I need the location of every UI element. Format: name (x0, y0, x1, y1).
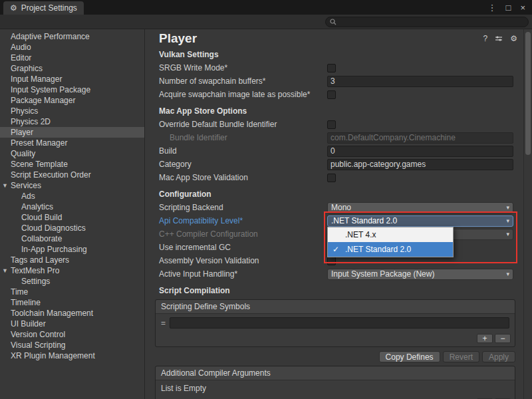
scrollbar-thumb[interactable] (525, 32, 531, 155)
search-bar[interactable] (325, 17, 529, 27)
sidebar-item-version-control[interactable]: Version Control (0, 329, 144, 340)
sidebar-item-input-system-package[interactable]: Input System Package (0, 84, 144, 95)
sidebar-item-textmesh-settings[interactable]: Settings (0, 276, 144, 287)
sidebar-item-script-execution-order[interactable]: Script Execution Order (0, 170, 144, 180)
sidebar-item-analytics[interactable]: Analytics (0, 201, 144, 212)
sidebar-item-editor[interactable]: Editor (0, 53, 144, 63)
sidebar-item-package-manager[interactable]: Package Manager (0, 95, 144, 106)
chevron-down-icon: ▾ (506, 271, 509, 277)
additional-compiler-arguments-title: Additional Compiler Arguments (156, 366, 515, 380)
sidebar-item-cloud-build[interactable]: Cloud Build (0, 212, 144, 223)
row-bundle-identifier: Bundle Identifier (146, 131, 532, 144)
presets-icon[interactable] (495, 35, 503, 43)
scripting-define-symbols-box: Scripting Define Symbols = + − (155, 299, 515, 347)
sidebar-item-adaptive-performance[interactable]: Adaptive Performance (0, 31, 144, 42)
field-label: Mac App Store Validation (159, 173, 327, 182)
define-symbol-input[interactable] (170, 317, 509, 329)
sidebar-item-player[interactable]: Player (0, 127, 144, 138)
row-active-input-handling: Active Input Handling* Input System Pack… (146, 267, 532, 281)
override-bundle-identifier-checkbox[interactable] (327, 120, 336, 129)
dropdown-value: .NET Standard 2.0 (331, 216, 397, 225)
mac-app-store-validation-checkbox[interactable] (327, 174, 336, 182)
vertical-scrollbar[interactable] (523, 29, 532, 399)
field-label: Bundle Identifier (159, 133, 327, 142)
category-input[interactable] (327, 159, 513, 170)
dropdown-option-net-standard-20[interactable]: ✓ .NET Standard 2.0 (328, 242, 453, 257)
build-input[interactable] (327, 146, 513, 157)
sidebar-item-textmesh-pro[interactable]: ▼ TextMesh Pro (0, 265, 144, 276)
search-input[interactable] (339, 18, 524, 26)
row-srgb-write-mode: SRGB Write Mode* (146, 61, 532, 74)
sidebar-item-input-manager[interactable]: Input Manager (0, 74, 144, 84)
sidebar-item-timeline[interactable]: Timeline (0, 297, 144, 308)
panel-header: Player ? ⚙ (146, 29, 532, 48)
row-build: Build (146, 144, 532, 158)
foldout-arrow-icon[interactable]: ▼ (2, 182, 8, 189)
sidebar-item-graphics[interactable]: Graphics (0, 63, 144, 74)
close-icon[interactable]: × (520, 3, 525, 13)
sidebar-item-label: TextMesh Pro (11, 266, 59, 275)
section-mac-app-store: Mac App Store Options (146, 104, 532, 118)
remove-define-button[interactable]: − (495, 334, 511, 343)
bundle-identifier-input (327, 132, 513, 144)
active-input-handling-dropdown[interactable]: Input System Package (New) ▾ (327, 269, 513, 280)
sidebar-item-tags-and-layers[interactable]: Tags and Layers (0, 255, 144, 265)
field-label: C++ Compiler Configuration (159, 229, 327, 239)
assembly-version-validation-checkbox[interactable] (327, 257, 336, 265)
row-api-compatibility-level: Api Compatibility Level* .NET Standard 2… (146, 214, 532, 227)
gear-icon[interactable]: ⚙ (510, 34, 517, 43)
search-icon (330, 19, 336, 25)
drag-handle-icon[interactable]: = (161, 319, 166, 328)
sidebar-item-collaborate[interactable]: Collaborate (0, 233, 144, 244)
sidebar-item-xr-plugin-management[interactable]: XR Plugin Management (0, 350, 144, 361)
sidebar-item-preset-manager[interactable]: Preset Manager (0, 138, 144, 148)
sidebar-item-quality[interactable]: Quality (0, 148, 144, 159)
foldout-arrow-icon[interactable]: ▼ (2, 267, 8, 274)
field-label: Number of swapchain buffers* (159, 76, 327, 86)
api-compatibility-dropdown-popup: .NET 4.x ✓ .NET Standard 2.0 (327, 227, 454, 257)
swapchain-buffers-input[interactable] (327, 76, 513, 87)
sidebar-item-audio[interactable]: Audio (0, 42, 144, 53)
sidebar-item-in-app-purchasing[interactable]: In-App Purchasing (0, 244, 144, 255)
acquire-swapchain-checkbox[interactable] (327, 90, 336, 99)
sidebar-item-ui-builder[interactable]: UI Builder (0, 319, 144, 329)
add-define-button[interactable]: + (477, 334, 493, 343)
revert-button: Revert (443, 351, 479, 362)
kebab-menu-icon[interactable]: ⋮ (488, 3, 497, 13)
dropdown-option-label: .NET Standard 2.0 (345, 245, 411, 254)
copy-defines-button[interactable]: Copy Defines (379, 351, 440, 362)
field-label: Override Default Bundle Identifier (159, 120, 327, 129)
field-label: Api Compatibility Level* (159, 216, 327, 225)
sidebar-item-visual-scripting[interactable]: Visual Scripting (0, 340, 144, 350)
sidebar-item-cloud-diagnostics[interactable]: Cloud Diagnostics (0, 223, 144, 233)
title-bar: ⚙ Project Settings ⋮ □ × (0, 0, 532, 15)
sidebar-item-ads[interactable]: Ads (0, 191, 144, 201)
sidebar-item-physics[interactable]: Physics (0, 106, 144, 116)
sidebar-item-time[interactable]: Time (0, 287, 144, 297)
maximize-icon[interactable]: □ (506, 3, 511, 13)
define-symbol-row: = (161, 317, 509, 329)
help-icon[interactable]: ? (483, 34, 488, 43)
field-label: Acquire swapchain image late as possible… (159, 90, 327, 99)
additional-compiler-arguments-box: Additional Compiler Arguments List is Em… (155, 366, 515, 399)
dropdown-option-net-4x[interactable]: .NET 4.x (328, 227, 453, 242)
sidebar-item-services[interactable]: ▼ Services (0, 180, 144, 191)
chevron-down-icon: ▾ (506, 204, 509, 211)
sidebar-item-scene-template[interactable]: Scene Template (0, 159, 144, 170)
row-override-bundle-identifier: Override Default Bundle Identifier (146, 118, 532, 131)
sidebar-item-toolchain-management[interactable]: Toolchain Management (0, 308, 144, 319)
row-swapchain-buffers: Number of swapchain buffers* (146, 74, 532, 88)
sidebar-item-physics-2d[interactable]: Physics 2D (0, 116, 144, 127)
settings-category-list: Adaptive Performance Audio Editor Graphi… (0, 29, 145, 399)
sidebar-item-label: Services (11, 181, 41, 190)
srgb-write-mode-checkbox[interactable] (327, 64, 336, 72)
scripting-backend-dropdown[interactable]: Mono ▾ (327, 202, 513, 213)
player-settings-panel: Player ? ⚙ Vulkan Settings SRGB Write Mo… (146, 29, 532, 399)
tab-project-settings[interactable]: ⚙ Project Settings (3, 1, 84, 15)
chevron-down-icon: ▾ (506, 231, 509, 237)
page-title: Player (159, 31, 197, 46)
api-compatibility-dropdown[interactable]: .NET Standard 2.0 ▾ (327, 215, 513, 227)
row-acquire-swapchain: Acquire swapchain image late as possible… (146, 88, 532, 101)
field-label: Build (159, 146, 327, 156)
check-icon: ✓ (332, 245, 339, 254)
